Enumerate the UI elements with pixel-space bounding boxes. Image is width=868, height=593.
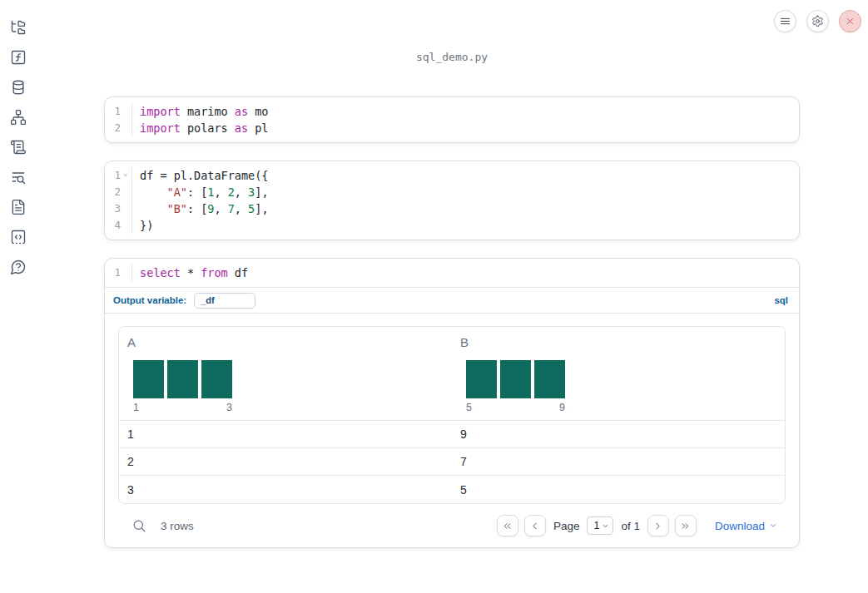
column-histogram — [460, 360, 776, 398]
line-gutter: 1 — [105, 264, 132, 281]
dataframe-table: A13B59 192735 — [118, 326, 786, 504]
chevron-left-icon — [529, 521, 540, 531]
table-row[interactable]: 35 — [119, 476, 785, 503]
sidebar-item-logs[interactable] — [8, 137, 28, 157]
column-header-b[interactable]: B59 — [452, 327, 785, 420]
code-editor[interactable]: 1import marimo as mo2import polars as pl — [105, 97, 799, 142]
code-line[interactable]: 2import polars as pl — [105, 120, 799, 136]
fold-slot — [121, 184, 131, 200]
table-footer: 3 rows Page 1 — [118, 504, 786, 547]
code-line[interactable]: 1select * from df — [105, 264, 799, 281]
network-icon — [10, 109, 27, 126]
code-line[interactable]: 1df = pl.DataFrame({ — [105, 167, 799, 184]
file-text-icon — [10, 199, 27, 215]
cell-output: A13B59 192735 3 rows — [105, 313, 799, 547]
table-search-button[interactable] — [131, 518, 147, 534]
column-histogram — [127, 360, 444, 398]
prev-page-button[interactable] — [524, 515, 546, 536]
notebook: sql_demo.py 1import marimo as mo2import … — [104, 0, 800, 548]
column-name: B — [460, 335, 776, 349]
code-box-icon — [10, 229, 27, 245]
caret-down-icon — [602, 522, 609, 530]
sql-cell[interactable]: 1select * from df Output variable: sql A… — [104, 258, 800, 548]
fold-slot — [121, 120, 131, 136]
sidebar-panel-switcher — [0, 0, 37, 593]
line-gutter: 3 — [105, 200, 132, 217]
sidebar-item-table-of-contents[interactable] — [8, 167, 28, 187]
code-line[interactable]: 4}) — [105, 217, 799, 234]
table-row[interactable]: 19 — [119, 421, 785, 448]
histogram-range-labels: 13 — [133, 402, 232, 413]
row-count-label: 3 rows — [161, 520, 194, 532]
sidebar-item-documentation[interactable] — [8, 197, 28, 217]
sidebar-item-snippets[interactable] — [8, 227, 28, 247]
database-icon — [10, 79, 27, 96]
sql-options-bar: Output variable: sql — [105, 287, 799, 313]
page-label: Page — [553, 520, 580, 532]
page-select[interactable]: 1 — [587, 516, 613, 535]
code-editor[interactable]: 1df = pl.DataFrame({2 "A": [1, 2, 3],3 "… — [105, 161, 799, 240]
table-header-row: A13B59 — [119, 327, 785, 421]
histogram-bar — [167, 360, 198, 398]
sidebar-item-help[interactable] — [8, 257, 28, 277]
close-icon — [845, 16, 856, 27]
sidebar-item-file-explorer[interactable] — [8, 17, 28, 37]
help-bubble-icon — [10, 259, 27, 275]
fold-slot — [121, 200, 131, 217]
code-line[interactable]: 1import marimo as mo — [105, 103, 799, 120]
download-button[interactable]: Download — [715, 520, 777, 532]
table-row[interactable]: 27 — [119, 448, 785, 476]
chevrons-right-icon — [680, 521, 691, 531]
search-icon — [131, 518, 147, 534]
function-square-icon — [10, 49, 27, 66]
table-cell: 9 — [452, 427, 785, 441]
code-cell-imports[interactable]: 1import marimo as mo2import polars as pl — [104, 96, 800, 143]
table-cell: 7 — [452, 455, 785, 468]
shutdown-button[interactable] — [839, 10, 861, 32]
settings-button[interactable] — [806, 10, 829, 32]
fold-chevron-icon[interactable] — [121, 167, 131, 184]
gear-icon — [811, 15, 824, 27]
code-cell-dataframe[interactable]: 1df = pl.DataFrame({2 "A": [1, 2, 3],3 "… — [104, 161, 800, 240]
line-gutter: 2 — [105, 184, 132, 200]
table-cell: 1 — [119, 427, 452, 441]
output-variable-label: Output variable: — [113, 295, 186, 305]
sidebar-item-datasources[interactable] — [8, 77, 28, 97]
sql-language-badge[interactable]: sql — [774, 295, 791, 305]
folder-tree-icon — [10, 19, 27, 36]
histogram-bar — [500, 360, 531, 398]
code-line[interactable]: 2 "A": [1, 2, 3], — [105, 184, 799, 200]
chevron-right-icon — [652, 521, 663, 531]
code-line[interactable]: 3 "B": [9, 7, 5], — [105, 200, 799, 217]
chevrons-left-icon — [502, 521, 513, 531]
table-cell: 3 — [119, 483, 452, 497]
fold-slot — [121, 264, 131, 281]
next-page-button[interactable] — [647, 515, 669, 536]
histogram-bar — [201, 360, 232, 398]
list-search-icon — [10, 169, 27, 185]
pagination: Page 1 of 1 — [497, 515, 697, 536]
notebook-filename: sql_demo.py — [104, 0, 800, 63]
line-gutter: 1 — [105, 167, 132, 184]
histogram-bar — [466, 360, 497, 398]
column-header-a[interactable]: A13 — [119, 327, 452, 420]
table-cell: 5 — [452, 483, 785, 497]
page-select-value: 1 — [593, 520, 599, 531]
download-label: Download — [715, 520, 765, 532]
sidebar-item-dependency-graph[interactable] — [8, 107, 28, 127]
last-page-button[interactable] — [675, 515, 697, 536]
sql-editor[interactable]: 1select * from df — [105, 259, 799, 287]
histogram-bar — [534, 360, 565, 398]
line-gutter: 4 — [105, 217, 132, 234]
first-page-button[interactable] — [497, 515, 518, 536]
output-variable-input[interactable] — [194, 293, 255, 309]
table-body: 192735 — [119, 421, 785, 503]
histogram-bar — [133, 360, 164, 398]
table-cell: 2 — [119, 455, 452, 468]
page-of-label: of 1 — [621, 520, 640, 532]
histogram-range-labels: 59 — [466, 402, 565, 413]
line-gutter: 1 — [105, 103, 132, 120]
line-gutter: 2 — [105, 120, 132, 136]
sidebar-item-variables[interactable] — [8, 47, 28, 67]
column-name: A — [127, 335, 444, 349]
